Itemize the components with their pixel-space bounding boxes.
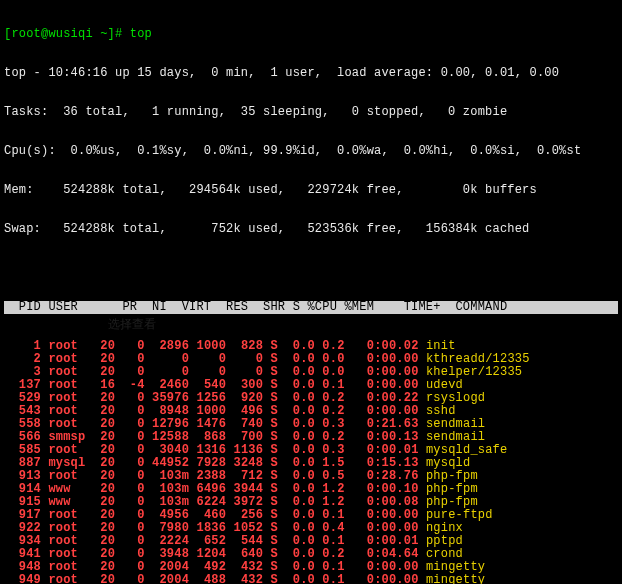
top-summary-mem: Mem: 524288k total, 294564k used, 229724…: [4, 184, 618, 197]
terminal[interactable]: [root@wusiqi ~]# top top - 10:46:16 up 1…: [0, 0, 622, 584]
top-summary-uptime: top - 10:46:16 up 15 days, 0 min, 1 user…: [4, 67, 618, 80]
table-row: 949 root 20 0 2004 488 432 S 0.0 0.1 0:0…: [4, 574, 618, 584]
shell-prompt: [root@wusiqi ~]# top: [4, 27, 152, 41]
top-summary-swap: Swap: 524288k total, 752k used, 523536k …: [4, 223, 618, 236]
top-process-list: 1 root 20 0 2896 1000 828 S 0.0 0.2 0:00…: [4, 340, 618, 584]
top-summary-cpu: Cpu(s): 0.0%us, 0.1%sy, 0.0%ni, 99.9%id,…: [4, 145, 618, 158]
top-column-header: PID USER PR NI VIRT RES SHR S %CPU %MEM …: [4, 301, 618, 314]
top-summary-tasks: Tasks: 36 total, 1 running, 35 sleeping,…: [4, 106, 618, 119]
